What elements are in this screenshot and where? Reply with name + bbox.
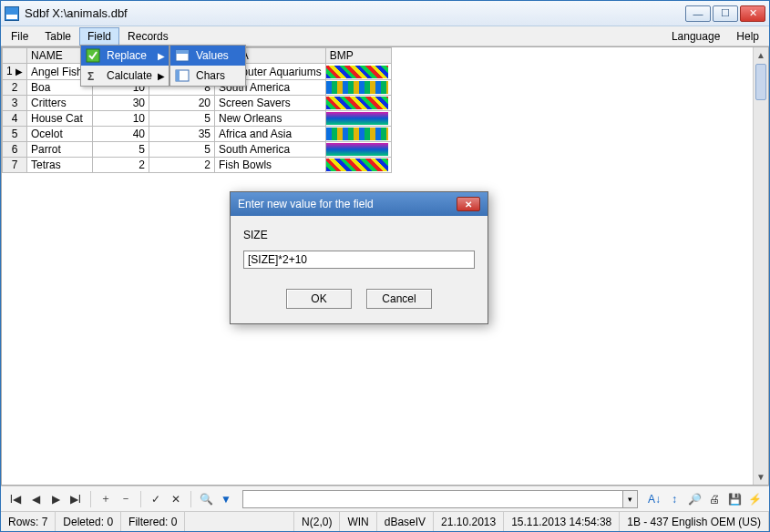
delete-record-icon[interactable]: － <box>117 490 135 508</box>
add-record-icon[interactable]: ＋ <box>97 490 115 508</box>
ok-button[interactable]: OK <box>286 289 352 309</box>
menu-records[interactable]: Records <box>119 27 177 46</box>
field-menu: Replace ▶ Σ Calculate ▶ <box>80 45 169 87</box>
dialog-title: Enter new value for the field <box>238 198 374 210</box>
table-row[interactable]: 4House Cat105New Orleans <box>3 111 392 127</box>
cancel-edit-icon[interactable]: ✕ <box>167 490 185 508</box>
menu-calculate[interactable]: Σ Calculate ▶ <box>81 66 169 86</box>
menu-file[interactable]: File <box>3 27 36 46</box>
table-row[interactable]: 6Parrot55South America <box>3 142 392 158</box>
replace-icon <box>85 47 101 64</box>
submenu-arrow-icon: ▶ <box>158 51 165 61</box>
window-buttons: — ☐ ✕ <box>685 5 765 22</box>
search-icon[interactable]: 🔍 <box>197 490 215 508</box>
menu-table[interactable]: Table <box>36 27 79 46</box>
menu-calculate-label: Calculate <box>107 69 152 82</box>
first-record-icon[interactable]: I◀ <box>6 490 25 508</box>
menu-replace[interactable]: Replace ▶ <box>81 46 169 66</box>
status-codepage: 1B - 437 English OEM (US) <box>620 512 769 531</box>
window-title: Sdbf X:\animals.dbf <box>25 6 685 20</box>
submenu-arrow-icon: ▶ <box>158 71 165 81</box>
chevron-down-icon[interactable]: ▾ <box>622 491 637 507</box>
print-icon[interactable]: 🖨 <box>705 490 724 508</box>
next-record-icon[interactable]: ▶ <box>46 490 65 508</box>
chars-icon <box>174 67 190 84</box>
status-coltype: N(2,0) <box>294 512 340 531</box>
status-filtered: Filtered: 0 <box>121 512 185 531</box>
vertical-scrollbar[interactable]: ▲ ▼ <box>753 47 768 485</box>
replace-submenu: Values Chars <box>169 45 246 87</box>
minimize-button[interactable]: — <box>685 5 711 22</box>
svg-rect-5 <box>176 70 180 81</box>
dialog-value-input[interactable] <box>243 251 475 269</box>
table-row[interactable]: 3Critters3020Screen Savers <box>3 96 392 111</box>
submenu-chars[interactable]: Chars <box>170 66 245 86</box>
prev-record-icon[interactable]: ◀ <box>26 490 45 508</box>
table-row[interactable]: 7Tetras22Fish Bowls <box>3 158 392 173</box>
replace-dialog: Enter new value for the field ✕ SIZE OK … <box>230 191 488 324</box>
scroll-down-icon[interactable]: ▼ <box>754 469 768 485</box>
run-icon[interactable]: ⚡ <box>745 490 764 508</box>
col-bmp[interactable]: BMP <box>325 48 391 64</box>
maximize-button[interactable]: ☐ <box>713 5 738 22</box>
app-icon <box>5 6 19 21</box>
dialog-titlebar: Enter new value for the field ✕ <box>231 192 488 216</box>
scroll-thumb[interactable] <box>755 64 766 100</box>
status-rows: Rows: 7 <box>1 512 56 531</box>
filter-icon[interactable]: ▼ <box>217 490 235 508</box>
statusbar: Rows: 7 Deleted: 0 Filtered: 0 N(2,0) WI… <box>1 511 769 531</box>
last-record-icon[interactable]: ▶I <box>67 490 85 508</box>
table-row[interactable]: 5Ocelot4035Africa and Asia <box>3 127 392 142</box>
menu-language[interactable]: Language <box>663 27 728 46</box>
menu-help[interactable]: Help <box>728 27 767 46</box>
dialog-close-button[interactable]: ✕ <box>457 197 480 211</box>
svg-rect-3 <box>176 50 189 54</box>
confirm-icon[interactable]: ✓ <box>147 490 165 508</box>
toolbar: I◀ ◀ ▶ ▶I ＋ － ✓ ✕ 🔍 ▼ ▾ A↓ ↕ 🔎 🖨 💾 ⚡ <box>1 486 769 511</box>
titlebar: Sdbf X:\animals.dbf — ☐ ✕ <box>1 1 769 26</box>
sort-asc-icon[interactable]: A↓ <box>645 490 663 508</box>
submenu-values[interactable]: Values <box>170 46 245 66</box>
cancel-button[interactable]: Cancel <box>366 289 432 309</box>
zoom-icon[interactable]: 🔎 <box>685 490 703 508</box>
status-deleted: Deleted: 0 <box>56 512 121 531</box>
calculate-icon: Σ <box>85 67 101 84</box>
scroll-up-icon[interactable]: ▲ <box>754 47 768 63</box>
status-dbtype: dBaseIV <box>377 512 434 531</box>
menu-replace-label: Replace <box>107 49 147 62</box>
dialog-field-label: SIZE <box>243 229 475 241</box>
status-os: WIN <box>340 512 376 531</box>
close-button[interactable]: ✕ <box>740 5 765 22</box>
submenu-chars-label: Chars <box>196 69 225 82</box>
status-date2: 15.11.2013 14:54:38 <box>504 512 620 531</box>
submenu-values-label: Values <box>196 49 229 62</box>
sort-desc-icon[interactable]: ↕ <box>665 490 683 508</box>
menu-field[interactable]: Field <box>79 27 119 46</box>
status-date1: 21.10.2013 <box>434 512 504 531</box>
filter-combo[interactable]: ▾ <box>242 490 638 508</box>
svg-text:Σ: Σ <box>87 70 94 83</box>
export-icon[interactable]: 💾 <box>725 490 744 508</box>
values-icon <box>174 47 190 64</box>
menubar: File Table Field Records Language Help <box>1 26 769 46</box>
